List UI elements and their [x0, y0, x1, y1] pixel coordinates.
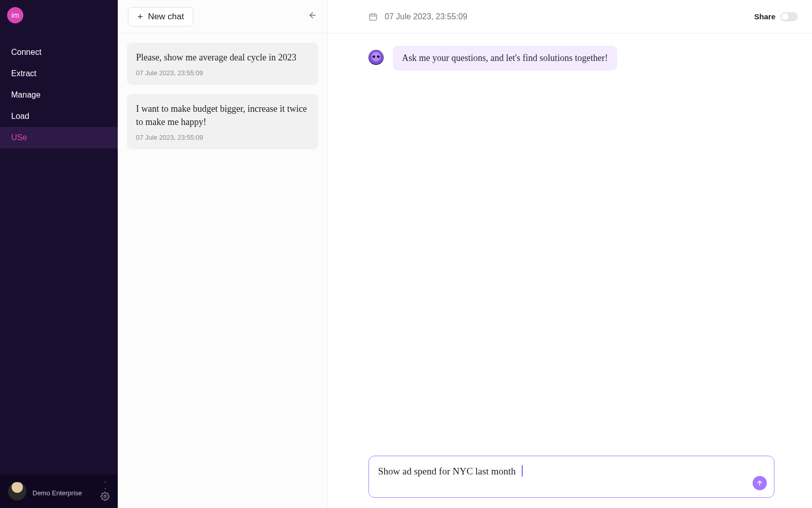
- main-pane: 07 Jule 2023, 23:55:09 Share Ask me your…: [328, 0, 812, 508]
- chat-history-column: + New chat Please, show me average deal …: [118, 0, 328, 508]
- sidebar-footer-col: Demo Enterprise: [32, 486, 94, 497]
- sidebar-item-extract[interactable]: Extract: [0, 63, 118, 84]
- chat-history-title: Please, show me average deal cycle in 20…: [136, 51, 309, 64]
- chat-history-title: I want to make budget bigger, increase i…: [136, 102, 309, 129]
- sidebar-item-manage[interactable]: Manage: [0, 84, 118, 106]
- sidebar-item-load[interactable]: Load: [0, 106, 118, 127]
- sidebar-item-connect[interactable]: Connect: [0, 42, 118, 63]
- send-button[interactable]: [753, 476, 767, 490]
- plus-icon: +: [138, 12, 143, 21]
- share-label: Share: [754, 12, 775, 21]
- brand-logo[interactable]: im: [7, 7, 23, 23]
- new-chat-label: New chat: [148, 12, 184, 22]
- assistant-avatar-icon: [368, 50, 384, 65]
- workspace-name: Demo Enterprise: [32, 489, 94, 497]
- workspace-switcher-icon[interactable]: ⌃⌄: [103, 482, 107, 490]
- calendar-icon: [368, 12, 378, 21]
- arrow-up-icon: [756, 480, 763, 487]
- sidebar: im Connect Extract Manage Load USe Demo …: [0, 0, 118, 508]
- main-header: 07 Jule 2023, 23:55:09 Share: [328, 0, 812, 34]
- chat-history-item[interactable]: I want to make budget bigger, increase i…: [127, 94, 318, 149]
- sidebar-footer: Demo Enterprise ⌃⌄: [0, 474, 118, 508]
- chat-history-item[interactable]: Please, show me average deal cycle in 20…: [127, 43, 318, 85]
- sidebar-nav: Connect Extract Manage Load USe: [0, 42, 118, 148]
- text-caret: [522, 465, 523, 477]
- assistant-row: Ask me your questions, and let's find so…: [368, 46, 771, 71]
- logo-wrap: im: [0, 0, 118, 27]
- chat-history-date: 07 Jule 2023, 23:55:09: [136, 134, 309, 141]
- assistant-message: Ask me your questions, and let's find so…: [393, 46, 617, 71]
- new-chat-button[interactable]: + New chat: [128, 7, 193, 26]
- svg-point-0: [104, 495, 107, 498]
- composer-text: Show ad spend for NYC last month: [378, 466, 516, 477]
- settings-icon[interactable]: [100, 492, 110, 501]
- chat-history-list: Please, show me average deal cycle in 20…: [118, 34, 327, 158]
- sidebar-footer-actions: ⌃⌄: [100, 482, 110, 501]
- sidebar-item-use[interactable]: USe: [0, 127, 118, 148]
- header-date: 07 Jule 2023, 23:55:09: [385, 12, 467, 21]
- svg-rect-1: [369, 14, 377, 20]
- share-control: Share: [754, 12, 798, 21]
- user-avatar[interactable]: [8, 482, 26, 500]
- composer: Show ad spend for NYC last month: [368, 456, 774, 498]
- composer-input[interactable]: Show ad spend for NYC last month: [368, 456, 774, 498]
- share-toggle[interactable]: [781, 12, 798, 21]
- chat-body: Ask me your questions, and let's find so…: [328, 34, 812, 508]
- chat-history-date: 07 Jule 2023, 23:55:09: [136, 69, 309, 77]
- chat-history-header: + New chat: [118, 0, 327, 34]
- collapse-history-icon[interactable]: [308, 11, 317, 22]
